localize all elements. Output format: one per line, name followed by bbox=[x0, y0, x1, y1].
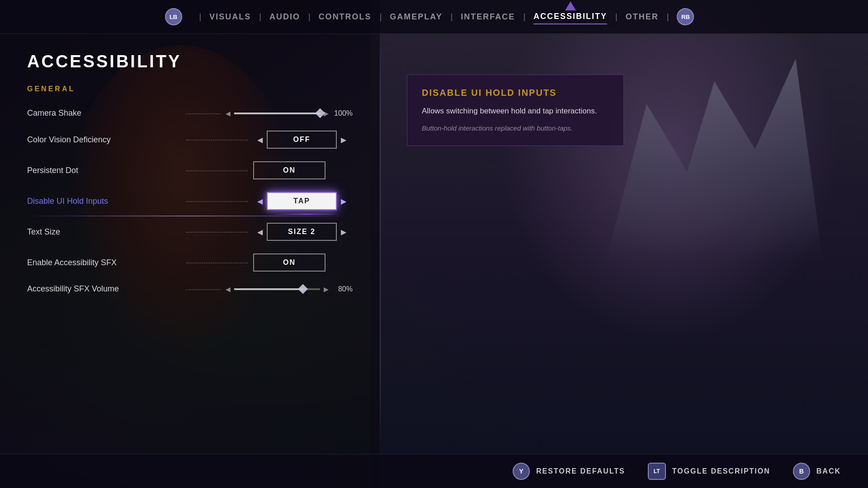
restore-defaults-action[interactable]: Y RESTORE DEFAULTS bbox=[513, 463, 625, 480]
setting-disable-ui-hold[interactable]: Disable UI Hold Inputs ◀ TAP ▶ bbox=[27, 186, 353, 216]
nav-item-gameplay[interactable]: GAMEPLAY bbox=[390, 10, 442, 24]
label-accessibility-sfx: Enable Accessibility SFX bbox=[27, 258, 181, 267]
label-camera-shake: Camera Shake bbox=[27, 108, 181, 118]
nav-sep-1: | bbox=[199, 12, 202, 22]
dots-color-vision bbox=[186, 140, 248, 141]
label-text-size: Text Size bbox=[27, 227, 181, 237]
selection-underline bbox=[27, 216, 353, 216]
dots-text-size bbox=[186, 232, 248, 233]
sfx-slider-fill bbox=[234, 288, 303, 290]
nav-sep-2: | bbox=[259, 12, 261, 22]
slider-sfx-volume[interactable]: ◀ ▶ 80% bbox=[226, 285, 353, 293]
dots-camera-shake bbox=[186, 113, 220, 114]
tap-underline bbox=[271, 214, 341, 215]
slider-camera-shake[interactable]: ◀ ▶ 100% bbox=[226, 109, 353, 117]
nav-sep-6: | bbox=[523, 12, 525, 22]
main-content: ACCESSIBILITY GENERAL Camera Shake ◀ ▶ 1… bbox=[0, 34, 868, 454]
setting-camera-shake[interactable]: Camera Shake ◀ ▶ 100% bbox=[27, 102, 353, 124]
panel-divider bbox=[380, 34, 381, 454]
toggle-value-text-size: SIZE 2 bbox=[267, 223, 337, 241]
nav-item-audio[interactable]: AUDIO bbox=[269, 10, 300, 24]
section-label: GENERAL bbox=[27, 85, 353, 93]
setting-persistent-dot[interactable]: Persistent Dot ON bbox=[27, 155, 353, 186]
setting-color-vision[interactable]: Color Vision Deficiency ◀ OFF ▶ bbox=[27, 124, 353, 155]
restore-button-icon[interactable]: Y bbox=[513, 463, 530, 480]
toggle-color-vision[interactable]: ◀ OFF ▶ bbox=[253, 131, 353, 149]
back-label: BACK bbox=[816, 467, 841, 475]
dots-accessibility-sfx bbox=[186, 263, 248, 263]
toggle-desc-label: TOGGLE DESCRIPTION bbox=[672, 467, 770, 475]
label-sfx-volume: Accessibility SFX Volume bbox=[27, 284, 181, 294]
slider-value-camera-shake: 100% bbox=[332, 109, 353, 117]
right-panel: DISABLE UI HOLD INPUTS Allows switching … bbox=[380, 34, 868, 454]
nav-sep-8: | bbox=[667, 12, 669, 22]
back-action[interactable]: B BACK bbox=[793, 463, 841, 480]
accessibility-nav-wrapper: ACCESSIBILITY bbox=[533, 9, 607, 24]
slider-value-sfx-volume: 80% bbox=[332, 285, 353, 293]
nav-sep-5: | bbox=[451, 12, 453, 22]
toggle-value-disable-ui-hold: TAP bbox=[267, 192, 337, 210]
dots-sfx-volume bbox=[186, 289, 220, 290]
toggle-disable-ui-hold[interactable]: ◀ TAP ▶ bbox=[253, 192, 353, 210]
toggle-left-text-size[interactable]: ◀ bbox=[253, 223, 267, 241]
dots-disable-ui-hold bbox=[186, 201, 248, 202]
setting-sfx-volume[interactable]: Accessibility SFX Volume ◀ ▶ 80% bbox=[27, 278, 353, 300]
nav-item-interface[interactable]: INTERFACE bbox=[461, 10, 515, 24]
sfx-slider-right-arrow[interactable]: ▶ bbox=[324, 286, 329, 293]
desc-note: Button-hold interactions replaced with b… bbox=[422, 123, 609, 133]
toggle-left-disable-ui-hold[interactable]: ◀ bbox=[253, 192, 267, 210]
slider-track bbox=[234, 113, 320, 114]
setting-text-size[interactable]: Text Size ◀ SIZE 2 ▶ bbox=[27, 216, 353, 247]
label-color-vision: Color Vision Deficiency bbox=[27, 135, 181, 145]
nav-sep-7: | bbox=[615, 12, 618, 22]
toggle-right-text-size[interactable]: ▶ bbox=[337, 223, 350, 241]
top-nav: LB | VISUALS | AUDIO | CONTROLS | GAMEPL… bbox=[0, 0, 868, 34]
toggle-right-disable-ui-hold[interactable]: ▶ bbox=[337, 192, 350, 210]
nav-item-other[interactable]: OTHER bbox=[626, 10, 659, 24]
toggle-value-color-vision: OFF bbox=[267, 131, 337, 149]
sfx-slider-left-arrow[interactable]: ◀ bbox=[226, 286, 231, 293]
nav-item-accessibility[interactable]: ACCESSIBILITY bbox=[533, 9, 607, 24]
toggle-right-color-vision[interactable]: ▶ bbox=[337, 131, 350, 149]
left-panel: ACCESSIBILITY GENERAL Camera Shake ◀ ▶ 1… bbox=[0, 34, 380, 454]
back-button-icon[interactable]: B bbox=[793, 463, 810, 480]
toggle-text-size[interactable]: ◀ SIZE 2 ▶ bbox=[253, 223, 353, 241]
dots-persistent-dot bbox=[186, 170, 248, 171]
label-persistent-dot: Persistent Dot bbox=[27, 166, 181, 175]
toggle-left-color-vision[interactable]: ◀ bbox=[253, 131, 267, 149]
slider-left-arrow[interactable]: ◀ bbox=[226, 110, 231, 117]
slider-fill bbox=[234, 113, 320, 114]
desc-body: Allows switching between hold and tap in… bbox=[422, 105, 609, 117]
nav-sep-4: | bbox=[380, 12, 382, 22]
toggle-persistent-dot[interactable]: ON bbox=[253, 161, 353, 179]
nav-item-controls[interactable]: CONTROLS bbox=[319, 10, 372, 24]
setting-accessibility-sfx[interactable]: Enable Accessibility SFX ON bbox=[27, 247, 353, 278]
toggle-value-persistent-dot: ON bbox=[253, 161, 326, 179]
nav-sep-3: | bbox=[308, 12, 311, 22]
sfx-slider-thumb bbox=[298, 284, 308, 294]
nav-items: LB | VISUALS | AUDIO | CONTROLS | GAMEPL… bbox=[165, 8, 703, 25]
description-box: DISABLE UI HOLD INPUTS Allows switching … bbox=[407, 75, 624, 146]
toggle-accessibility-sfx[interactable]: ON bbox=[253, 253, 353, 272]
bottom-bar: Y RESTORE DEFAULTS LT TOGGLE DESCRIPTION… bbox=[0, 454, 868, 488]
label-disable-ui-hold: Disable UI Hold Inputs bbox=[27, 197, 181, 206]
page-title: ACCESSIBILITY bbox=[27, 52, 353, 71]
toggle-desc-button-icon[interactable]: LT bbox=[648, 463, 666, 480]
toggle-value-accessibility-sfx: ON bbox=[253, 253, 326, 272]
settings-list: Camera Shake ◀ ▶ 100% Color Vision Defic… bbox=[27, 102, 353, 300]
restore-label: RESTORE DEFAULTS bbox=[536, 467, 625, 475]
desc-title: DISABLE UI HOLD INPUTS bbox=[422, 88, 609, 98]
rb-button[interactable]: RB bbox=[677, 8, 694, 25]
toggle-description-action[interactable]: LT TOGGLE DESCRIPTION bbox=[648, 463, 770, 480]
sfx-slider-track bbox=[234, 288, 320, 290]
lb-button[interactable]: LB bbox=[165, 8, 182, 25]
nav-item-visuals[interactable]: VISUALS bbox=[209, 10, 251, 24]
